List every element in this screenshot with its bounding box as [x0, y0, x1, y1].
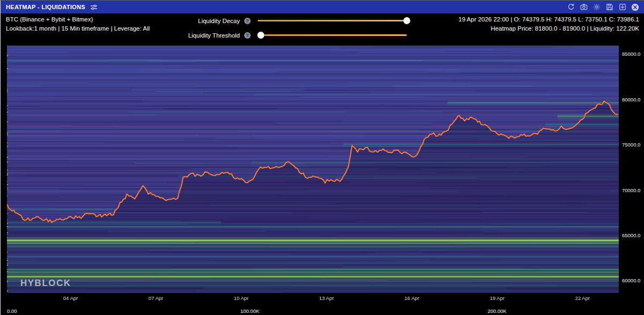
liquidity-scale: 0.00 100.00K 200.00K — [7, 308, 619, 314]
liquidity-threshold-slider[interactable] — [258, 32, 407, 39]
y-tick: 75000.0 — [622, 142, 640, 148]
x-tick: 22 Apr — [575, 295, 590, 301]
heatmap-canvas[interactable] — [7, 46, 619, 293]
titlebar: HEATMAP - LIQUIDATIONS — [1, 1, 644, 13]
titlebar-actions — [567, 3, 639, 11]
refresh-icon[interactable] — [567, 3, 575, 11]
x-tick: 07 Apr — [149, 295, 163, 301]
y-tick: 85000.0 — [622, 51, 640, 57]
slider-handle[interactable] — [404, 17, 411, 24]
liquidity-threshold-label: Liquidity Threshold — [159, 32, 240, 39]
camera-icon[interactable] — [580, 3, 588, 11]
instrument-info: BTC (Binance + Bybit + Bitmex) Lookback:… — [6, 15, 150, 33]
close-icon[interactable] — [631, 3, 639, 11]
y-tick: 80000.0 — [622, 97, 640, 102]
liquidity-decay-info-icon[interactable]: ? — [244, 18, 251, 24]
y-tick: 60000.0 — [622, 277, 640, 283]
readouts: 19 Apr 2026 22:00 | O: 74379.5 H: 74379.… — [458, 15, 639, 33]
liquidity-decay-slider[interactable] — [258, 17, 407, 24]
x-tick: 13 Apr — [319, 295, 334, 301]
export-icon[interactable] — [618, 3, 626, 11]
heatmap-readout: Heatmap Price: 81800.0 - 81900.0 | Liqui… — [458, 24, 639, 33]
liquidity-decay-row: Liquidity Decay ? — [159, 13, 407, 28]
liquidity-decay-label: Liquidity Decay — [159, 18, 240, 24]
scale-tick: 100.00K — [240, 308, 259, 314]
ohlc-readout: 19 Apr 2026 22:00 | O: 74379.5 H: 74379.… — [458, 15, 639, 24]
page-title: HEATMAP - LIQUIDATIONS — [6, 4, 85, 10]
slider-handle[interactable] — [257, 32, 264, 39]
save-icon[interactable] — [605, 3, 613, 11]
price-axis[interactable]: 85000.0 80000.0 75000.0 70000.0 65000.0 … — [621, 46, 644, 293]
hyblock-watermark: HYBLOCK — [20, 278, 71, 289]
slider-track[interactable] — [258, 34, 407, 36]
x-tick: 10 Apr — [234, 295, 248, 301]
scale-tick: 200.00K — [487, 308, 506, 314]
symbol-label: BTC (Binance + Bybit + Bitmex) — [6, 15, 150, 24]
filter-sliders-icon[interactable] — [90, 4, 98, 11]
x-tick: 16 Apr — [405, 295, 419, 301]
controls: Liquidity Decay ? Liquidity Threshold ? — [159, 13, 407, 42]
heatmap-chart[interactable]: HYBLOCK — [7, 46, 619, 293]
liquidity-threshold-row: Liquidity Threshold ? — [159, 28, 407, 42]
liquidity-threshold-info-icon[interactable]: ? — [244, 32, 251, 39]
scale-tick: 0.00 — [7, 308, 17, 314]
y-tick: 70000.0 — [622, 187, 640, 193]
y-tick: 65000.0 — [622, 232, 640, 238]
gear-icon[interactable] — [592, 3, 601, 11]
app-window: HEATMAP - LIQUIDATIONS — [0, 0, 644, 315]
chart-header: BTC (Binance + Bybit + Bitmex) Lookback:… — [1, 13, 644, 46]
lookback-settings-label: Lookback:1 month | 15 Min timeframe | Le… — [6, 24, 150, 33]
slider-track[interactable] — [258, 20, 407, 21]
x-tick: 19 Apr — [490, 295, 504, 301]
x-tick: 04 Apr — [63, 295, 78, 301]
time-axis[interactable]: 04 Apr 07 Apr 10 Apr 13 Apr 16 Apr 19 Ap… — [7, 295, 619, 302]
